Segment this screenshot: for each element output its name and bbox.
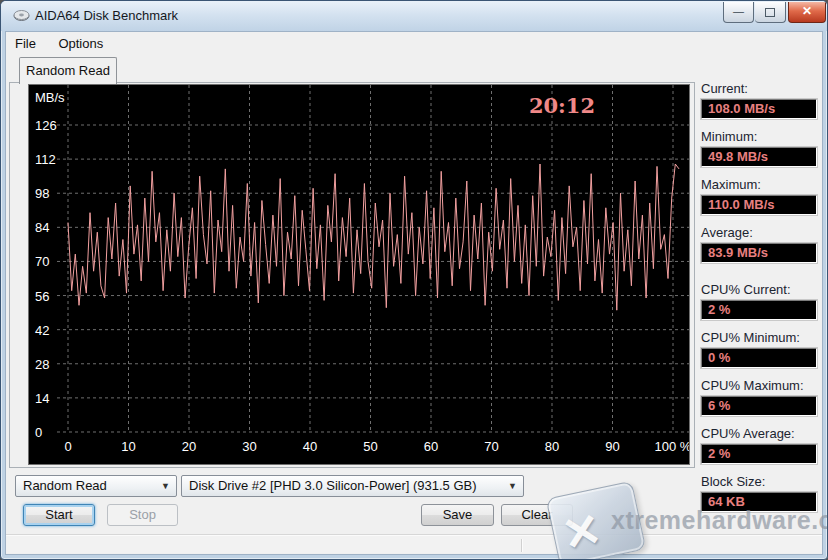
minimize-icon: — bbox=[733, 5, 744, 17]
test-type-value: Random Read bbox=[23, 478, 107, 493]
svg-text:30: 30 bbox=[242, 439, 256, 454]
watermark-text: xtremehardware.com bbox=[611, 506, 828, 535]
drive-select[interactable]: Disk Drive #2 [PHD 3.0 Silicon-Power] (9… bbox=[181, 475, 524, 497]
stop-button[interactable]: Stop bbox=[107, 504, 178, 526]
stat-cpu-average: CPU% Average: 2 % bbox=[701, 426, 825, 464]
svg-text:MB/s: MB/s bbox=[35, 90, 65, 105]
svg-text:100 %: 100 % bbox=[655, 439, 689, 454]
stat-label: CPU% Maximum: bbox=[701, 378, 825, 393]
svg-text:56: 56 bbox=[35, 289, 49, 304]
svg-text:10: 10 bbox=[121, 439, 135, 454]
drive-value: Disk Drive #2 [PHD 3.0 Silicon-Power] (9… bbox=[189, 478, 477, 493]
svg-text:0: 0 bbox=[35, 425, 42, 440]
stat-label: Average: bbox=[701, 225, 825, 240]
menu-file[interactable]: File bbox=[6, 33, 45, 55]
stat-value: 49.8 MB/s bbox=[701, 147, 817, 167]
stat-value: 108.0 MB/s bbox=[701, 99, 817, 119]
svg-text:50: 50 bbox=[363, 439, 377, 454]
stat-label: CPU% Current: bbox=[701, 282, 825, 297]
test-type-select[interactable]: Random Read ▼ bbox=[15, 475, 177, 497]
close-button[interactable]: ✕ bbox=[788, 2, 826, 23]
svg-text:70: 70 bbox=[484, 439, 498, 454]
svg-text:28: 28 bbox=[35, 357, 49, 372]
stat-value: 110.0 MB/s bbox=[701, 195, 817, 215]
svg-text:60: 60 bbox=[424, 439, 438, 454]
stat-value: 83.9 MB/s bbox=[701, 243, 817, 263]
stat-average: Average: 83.9 MB/s bbox=[701, 225, 825, 263]
chart-canvas: 1261129884705642281400102030405060708090… bbox=[29, 85, 689, 464]
svg-text:20: 20 bbox=[182, 439, 196, 454]
title-bar[interactable]: AIDA64 Disk Benchmark — ✕ bbox=[1, 1, 827, 31]
chevron-down-icon: ▼ bbox=[508, 476, 517, 496]
stat-value: 6 % bbox=[701, 396, 817, 416]
stat-cpu-maximum: CPU% Maximum: 6 % bbox=[701, 378, 825, 416]
stat-label: Current: bbox=[701, 81, 825, 96]
stat-label: CPU% Minimum: bbox=[701, 330, 825, 345]
app-icon bbox=[13, 9, 30, 23]
svg-text:20:12: 20:12 bbox=[529, 93, 595, 118]
svg-text:98: 98 bbox=[35, 186, 49, 201]
svg-text:70: 70 bbox=[35, 254, 49, 269]
status-bar bbox=[6, 536, 822, 553]
tab-random-read[interactable]: Random Read bbox=[19, 57, 117, 84]
watermark-x-icon: ✕ bbox=[557, 502, 606, 560]
svg-text:84: 84 bbox=[35, 220, 49, 235]
stat-cpu-current: CPU% Current: 2 % bbox=[701, 282, 825, 320]
stat-label: Block Size: bbox=[701, 474, 825, 489]
svg-text:112: 112 bbox=[35, 152, 56, 167]
svg-text:0: 0 bbox=[64, 439, 71, 454]
maximize-icon bbox=[765, 8, 775, 17]
stat-maximum: Maximum: 110.0 MB/s bbox=[701, 177, 825, 215]
stat-label: Minimum: bbox=[701, 129, 825, 144]
app-window: AIDA64 Disk Benchmark — ✕ File Options R… bbox=[0, 0, 828, 560]
start-button[interactable]: Start bbox=[23, 504, 95, 526]
svg-text:42: 42 bbox=[35, 323, 49, 338]
svg-text:90: 90 bbox=[605, 439, 619, 454]
stat-value: 2 % bbox=[701, 444, 817, 464]
stat-value: 2 % bbox=[701, 300, 817, 320]
status-bar-separator bbox=[521, 539, 522, 552]
stat-value: 0 % bbox=[701, 348, 817, 368]
svg-text:80: 80 bbox=[545, 439, 559, 454]
svg-text:40: 40 bbox=[303, 439, 317, 454]
stat-label: CPU% Average: bbox=[701, 426, 825, 441]
menu-options[interactable]: Options bbox=[49, 33, 112, 55]
stat-label: Maximum: bbox=[701, 177, 825, 192]
svg-text:14: 14 bbox=[35, 391, 49, 406]
stat-cpu-minimum: CPU% Minimum: 0 % bbox=[701, 330, 825, 368]
menu-bar: File Options bbox=[6, 33, 822, 55]
save-button[interactable]: Save bbox=[421, 504, 494, 526]
maximize-button[interactable] bbox=[755, 2, 786, 23]
minimize-button[interactable]: — bbox=[723, 2, 754, 23]
chevron-down-icon: ▼ bbox=[161, 476, 170, 496]
close-icon: ✕ bbox=[802, 4, 812, 18]
window-title: AIDA64 Disk Benchmark bbox=[35, 1, 178, 30]
benchmark-chart: 1261129884705642281400102030405060708090… bbox=[28, 84, 690, 465]
svg-text:126: 126 bbox=[35, 118, 57, 133]
stat-minimum: Minimum: 49.8 MB/s bbox=[701, 129, 825, 167]
stat-current: Current: 108.0 MB/s bbox=[701, 81, 825, 119]
